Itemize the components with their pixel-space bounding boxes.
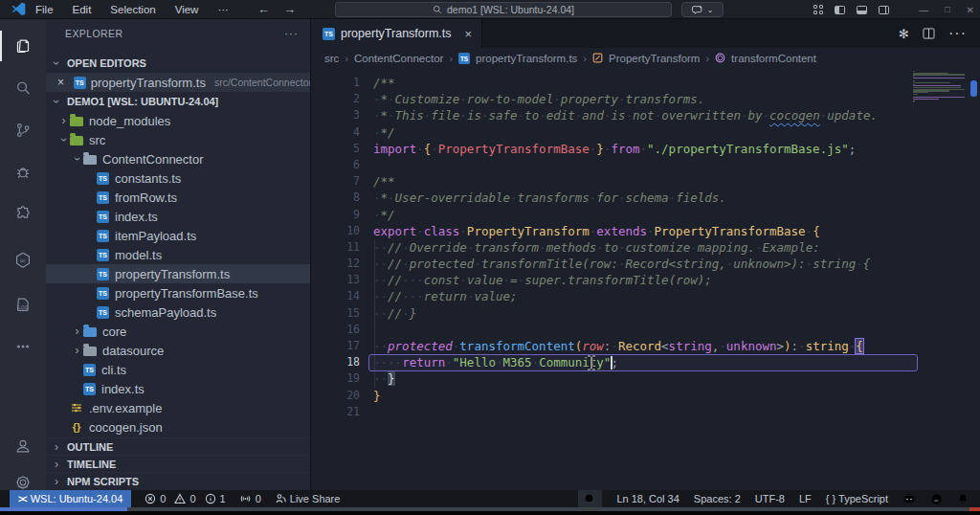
breadcrumb-item[interactable]: src: [324, 53, 339, 64]
copilot-chat-button[interactable]: ⌄: [681, 2, 724, 17]
code-area[interactable]: 1/**2·*·Customize·row-to-model·property·…: [311, 69, 980, 490]
section-npm-scripts[interactable]: ›NPM SCRIPTS: [46, 472, 310, 489]
ports-status[interactable]: 0: [239, 493, 261, 504]
code-line-7[interactable]: 7/**: [311, 173, 980, 190]
tree-item-core[interactable]: ›core: [46, 322, 310, 341]
activity-explorer-icon[interactable]: [0, 27, 46, 65]
close-button[interactable]: ✕: [967, 5, 974, 15]
menu-edit[interactable]: Edit: [73, 4, 92, 15]
editor-more-actions-icon[interactable]: ···: [948, 25, 967, 42]
customize-layout-icon[interactable]: [813, 5, 823, 14]
code-line-13[interactable]: 13··//···const·value·=·super.transformTi…: [311, 272, 980, 288]
code-line-21[interactable]: 21: [311, 404, 980, 420]
activity-hexagon-extension-icon[interactable]: ac: [0, 241, 46, 280]
remote-indicator[interactable]: >< WSL: Ubuntu-24.04: [10, 490, 131, 507]
activity-extensions-icon[interactable]: [0, 195, 46, 234]
tree-item-propertytransformbase-ts[interactable]: TSpropertyTransformBase.ts: [46, 283, 310, 302]
explorer-more-actions-icon[interactable]: ···: [284, 27, 299, 40]
problems-status[interactable]: 0 0 1: [145, 493, 225, 504]
code-line-15[interactable]: 15··//·}: [311, 305, 980, 322]
tree-item-node-modules[interactable]: ›node_modules: [46, 111, 310, 130]
menu-selection[interactable]: Selection: [110, 4, 155, 15]
activity-account-icon[interactable]: [0, 427, 46, 465]
code-line-17[interactable]: 17··protected·transformContent(row:·Reco…: [311, 338, 980, 354]
code-line-19[interactable]: 19··}: [311, 370, 980, 387]
open-editors-section[interactable]: › OPEN EDITORS: [46, 54, 310, 73]
breadcrumb-item[interactable]: ContentConnector: [354, 53, 443, 64]
activity-more-icon[interactable]: [0, 327, 46, 366]
code-line-9[interactable]: 9·*/: [311, 207, 980, 223]
tree-item-label: .env.example: [89, 401, 162, 415]
code-line-4[interactable]: 4·*/: [311, 124, 980, 141]
cursor-position-status[interactable]: Ln 18, Col 34: [616, 493, 679, 504]
open-editor-item[interactable]: × TS propertyTransform.ts src/ContentCon…: [46, 73, 310, 92]
code-line-6[interactable]: 6: [311, 157, 980, 173]
tree-item-model-ts[interactable]: TSmodel.ts: [46, 245, 310, 264]
nav-back-icon[interactable]: ←: [257, 2, 270, 16]
section-timeline[interactable]: ›TIMELINE: [46, 455, 310, 472]
minimize-button[interactable]: —: [919, 5, 928, 15]
section-outline[interactable]: ›OUTLINE: [46, 437, 310, 455]
minimap[interactable]: [913, 71, 969, 105]
typescript-file-icon: TS: [97, 191, 109, 204]
tree-item-fromrow-ts[interactable]: TSfromRow.ts: [46, 188, 310, 207]
code-line-12[interactable]: 12··//·protected·transformTitle(row:·Rec…: [311, 256, 980, 272]
tab-propertytransform[interactable]: TS propertyTransform.ts ×: [311, 19, 482, 48]
tree-item-constants-ts[interactable]: TSconstants.ts: [46, 168, 310, 188]
breadcrumb-item[interactable]: propertyTransform.ts: [476, 53, 577, 64]
zoom-status[interactable]: [578, 490, 602, 507]
toggle-sidebar-left-icon[interactable]: [835, 6, 845, 14]
code-line-11[interactable]: 11··//·Override·transform·methods·to·cus…: [311, 239, 980, 256]
tree-item-src[interactable]: ›src: [46, 130, 310, 149]
code-line-14[interactable]: 14··//···return·value;: [311, 288, 980, 304]
close-icon[interactable]: ×: [57, 76, 69, 89]
split-editor-icon[interactable]: [923, 28, 935, 39]
tree-item-itempayload-ts[interactable]: TSitemPayload.ts: [46, 226, 310, 245]
live-share-status[interactable]: Live Share: [275, 493, 341, 504]
breadcrumb-item[interactable]: transformContent: [731, 53, 816, 64]
copilot-status-icon[interactable]: [902, 493, 916, 504]
breadcrumb-item[interactable]: PropertyTransform: [609, 53, 700, 64]
language-status[interactable]: { } TypeScript: [826, 493, 888, 504]
tree-item-datasource[interactable]: ›datasource: [46, 341, 310, 360]
breadcrumb-separator-icon: ›: [449, 53, 453, 64]
menu-file[interactable]: File: [35, 4, 54, 15]
code-line-8[interactable]: 8·*·User-overridable·transforms·for·sche…: [311, 190, 980, 206]
command-center-search[interactable]: demo1 [WSL: Ubuntu-24.04]: [335, 2, 672, 17]
tree-item-propertytransform-ts[interactable]: TSpropertyTransform.ts: [46, 264, 310, 283]
indentation-status[interactable]: Spaces: 2: [694, 493, 741, 504]
scrollbar-marker[interactable]: [970, 80, 977, 97]
tree-item-cli-ts[interactable]: TScli.ts: [46, 360, 310, 379]
code-line-18[interactable]: 18····return·"Hello·M365·Community";: [311, 354, 980, 370]
menu-[interactable]: ···: [217, 4, 229, 15]
encoding-status[interactable]: UTF-8: [755, 493, 785, 504]
tree-item-cocogen-json[interactable]: {}cocogen.json: [46, 417, 310, 437]
activity-run-debug-icon[interactable]: [0, 153, 46, 191]
code-line-3[interactable]: 3·*·This·file·is·safe·to·edit·and·is·not…: [311, 107, 980, 123]
tree-item--env-example[interactable]: .env.example: [46, 398, 310, 417]
code-line-10[interactable]: 10export·class·PropertyTransform·extends…: [311, 223, 980, 239]
activity-output-log-icon[interactable]: LOG: [0, 285, 46, 324]
code-line-20[interactable]: 20}: [311, 388, 980, 404]
tree-item-schemapayload-ts[interactable]: TSschemaPayload.ts: [46, 302, 310, 322]
chatgpt-icon[interactable]: ✻: [899, 27, 909, 41]
tree-item-index-ts[interactable]: TSindex.ts: [46, 207, 310, 226]
code-line-16[interactable]: 16: [311, 322, 980, 338]
menu-view[interactable]: View: [175, 4, 199, 15]
workspace-section[interactable]: › DEMO1 [WSL: UBUNTU-24.04]: [46, 92, 310, 111]
activity-search-icon[interactable]: [0, 69, 46, 107]
code-line-1[interactable]: 1/**: [311, 75, 980, 91]
restore-button[interactable]: □: [945, 5, 949, 14]
code-line-5[interactable]: 5import·{·PropertyTransformBase·}·from·"…: [311, 141, 980, 157]
toggle-sidebar-right-icon[interactable]: [879, 6, 889, 14]
notifications-bell-icon[interactable]: [957, 493, 969, 504]
toggle-panel-icon[interactable]: [857, 6, 867, 14]
tree-item-contentconnector[interactable]: ›ContentConnector: [46, 149, 310, 168]
tab-close-icon[interactable]: ×: [465, 27, 473, 41]
activity-source-control-icon[interactable]: [0, 111, 46, 149]
eol-status[interactable]: LF: [799, 493, 812, 504]
tree-item-index-ts[interactable]: TSindex.ts: [46, 379, 310, 398]
nav-forward-icon[interactable]: →: [283, 2, 296, 16]
hexagon-extension-status-icon[interactable]: ac: [930, 493, 943, 505]
code-line-2[interactable]: 2·*·Customize·row-to-model·property·tran…: [311, 91, 980, 107]
